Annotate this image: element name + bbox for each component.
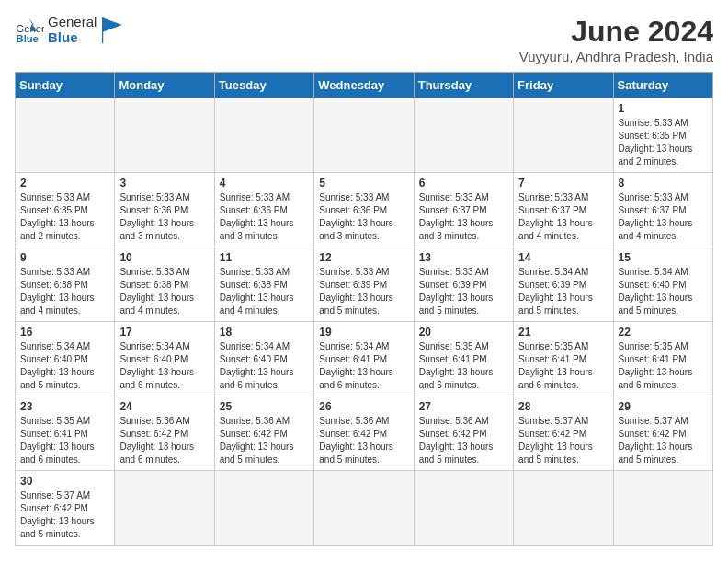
calendar-cell-4: 4Sunrise: 5:33 AM Sunset: 6:36 PM Daylig… (214, 173, 313, 247)
calendar-cell-14: 14Sunrise: 5:34 AM Sunset: 6:39 PM Dayli… (514, 247, 613, 322)
day-number: 13 (419, 251, 508, 264)
logo-icon: General Blue (15, 16, 44, 45)
day-info: Sunrise: 5:33 AM Sunset: 6:35 PM Dayligh… (619, 117, 708, 168)
calendar-cell-19: 19Sunrise: 5:34 AM Sunset: 6:41 PM Dayli… (314, 322, 414, 396)
day-number: 18 (220, 326, 309, 339)
calendar-cell-empty (514, 471, 613, 546)
day-number: 9 (20, 251, 109, 264)
calendar-cell-7: 7Sunrise: 5:33 AM Sunset: 6:37 PM Daylig… (514, 173, 613, 247)
calendar-week-0: 1Sunrise: 5:33 AM Sunset: 6:35 PM Daylig… (16, 98, 713, 173)
calendar-cell-1: 1Sunrise: 5:33 AM Sunset: 6:35 PM Daylig… (613, 98, 712, 173)
calendar-cell-6: 6Sunrise: 5:33 AM Sunset: 6:37 PM Daylig… (414, 173, 513, 247)
calendar-cell-15: 15Sunrise: 5:34 AM Sunset: 6:40 PM Dayli… (613, 247, 712, 322)
calendar-subtitle: Vuyyuru, Andhra Pradesh, India (519, 49, 713, 64)
calendar-cell-26: 26Sunrise: 5:36 AM Sunset: 6:42 PM Dayli… (314, 396, 414, 471)
day-info: Sunrise: 5:36 AM Sunset: 6:42 PM Dayligh… (319, 415, 408, 466)
day-info: Sunrise: 5:34 AM Sunset: 6:41 PM Dayligh… (319, 340, 408, 392)
day-info: Sunrise: 5:33 AM Sunset: 6:37 PM Dayligh… (419, 191, 508, 243)
logo-flag-icon (102, 17, 122, 43)
day-number: 20 (419, 326, 508, 339)
calendar-cell-3: 3Sunrise: 5:33 AM Sunset: 6:36 PM Daylig… (115, 173, 214, 247)
day-info: Sunrise: 5:33 AM Sunset: 6:35 PM Dayligh… (20, 191, 109, 243)
day-number: 4 (220, 177, 309, 190)
calendar-cell-empty (16, 98, 115, 173)
calendar-cell-empty (115, 98, 214, 173)
calendar-cell-22: 22Sunrise: 5:35 AM Sunset: 6:41 PM Dayli… (613, 322, 712, 396)
calendar-cell-30: 30Sunrise: 5:37 AM Sunset: 6:42 PM Dayli… (16, 471, 115, 546)
day-info: Sunrise: 5:36 AM Sunset: 6:42 PM Dayligh… (220, 415, 309, 466)
day-number: 22 (619, 326, 708, 339)
calendar-cell-empty (414, 98, 513, 173)
day-info: Sunrise: 5:34 AM Sunset: 6:40 PM Dayligh… (119, 340, 209, 392)
day-number: 7 (518, 177, 608, 190)
weekday-header-tuesday: Tuesday (214, 73, 313, 98)
calendar-week-5: 30Sunrise: 5:37 AM Sunset: 6:42 PM Dayli… (16, 471, 713, 546)
calendar-cell-18: 18Sunrise: 5:34 AM Sunset: 6:40 PM Dayli… (214, 322, 313, 396)
day-info: Sunrise: 5:33 AM Sunset: 6:39 PM Dayligh… (319, 266, 408, 317)
calendar-cell-empty (314, 471, 414, 546)
calendar-cell-25: 25Sunrise: 5:36 AM Sunset: 6:42 PM Dayli… (214, 396, 313, 471)
day-info: Sunrise: 5:33 AM Sunset: 6:38 PM Dayligh… (220, 266, 309, 317)
day-info: Sunrise: 5:33 AM Sunset: 6:37 PM Dayligh… (619, 191, 708, 243)
day-number: 24 (119, 400, 209, 413)
calendar-cell-8: 8Sunrise: 5:33 AM Sunset: 6:37 PM Daylig… (613, 173, 712, 247)
day-info: Sunrise: 5:35 AM Sunset: 6:41 PM Dayligh… (518, 340, 608, 392)
day-info: Sunrise: 5:34 AM Sunset: 6:40 PM Dayligh… (619, 266, 708, 317)
logo-general: General (48, 15, 97, 30)
logo: General Blue General Blue (15, 15, 122, 45)
calendar-cell-13: 13Sunrise: 5:33 AM Sunset: 6:39 PM Dayli… (414, 247, 513, 322)
calendar-week-3: 16Sunrise: 5:34 AM Sunset: 6:40 PM Dayli… (16, 322, 713, 396)
calendar-cell-9: 9Sunrise: 5:33 AM Sunset: 6:38 PM Daylig… (16, 247, 115, 322)
day-number: 21 (518, 326, 608, 339)
day-info: Sunrise: 5:36 AM Sunset: 6:42 PM Dayligh… (119, 415, 209, 466)
weekday-header-monday: Monday (115, 73, 214, 98)
calendar-cell-23: 23Sunrise: 5:35 AM Sunset: 6:41 PM Dayli… (16, 396, 115, 471)
calendar-cell-empty (214, 471, 313, 546)
day-number: 15 (619, 251, 708, 264)
day-number: 28 (518, 400, 608, 413)
calendar-cell-24: 24Sunrise: 5:36 AM Sunset: 6:42 PM Dayli… (115, 396, 214, 471)
day-number: 16 (20, 326, 109, 339)
day-number: 12 (319, 251, 408, 264)
svg-marker-3 (102, 17, 122, 32)
calendar-cell-empty (414, 471, 513, 546)
day-info: Sunrise: 5:34 AM Sunset: 6:40 PM Dayligh… (220, 340, 309, 392)
day-number: 26 (319, 400, 408, 413)
day-number: 27 (419, 400, 508, 413)
day-number: 1 (619, 102, 708, 115)
calendar-week-2: 9Sunrise: 5:33 AM Sunset: 6:38 PM Daylig… (16, 247, 713, 322)
title-area: June 2024 Vuyyuru, Andhra Pradesh, India (519, 15, 713, 64)
day-info: Sunrise: 5:33 AM Sunset: 6:36 PM Dayligh… (220, 191, 309, 243)
calendar-cell-28: 28Sunrise: 5:37 AM Sunset: 6:42 PM Dayli… (514, 396, 613, 471)
calendar-cell-empty (613, 471, 712, 546)
weekday-header-wednesday: Wednesday (314, 73, 414, 98)
day-number: 3 (119, 177, 209, 190)
calendar-cell-10: 10Sunrise: 5:33 AM Sunset: 6:38 PM Dayli… (115, 247, 214, 322)
calendar-cell-empty (514, 98, 613, 173)
day-number: 8 (619, 177, 708, 190)
day-number: 5 (319, 177, 408, 190)
day-info: Sunrise: 5:37 AM Sunset: 6:42 PM Dayligh… (619, 415, 708, 466)
weekday-header-thursday: Thursday (414, 73, 513, 98)
calendar-cell-2: 2Sunrise: 5:33 AM Sunset: 6:35 PM Daylig… (16, 173, 115, 247)
logo-blue: Blue (48, 30, 97, 46)
calendar-cell-11: 11Sunrise: 5:33 AM Sunset: 6:38 PM Dayli… (214, 247, 313, 322)
day-info: Sunrise: 5:33 AM Sunset: 6:38 PM Dayligh… (20, 266, 109, 317)
day-info: Sunrise: 5:34 AM Sunset: 6:40 PM Dayligh… (20, 340, 109, 392)
day-info: Sunrise: 5:34 AM Sunset: 6:39 PM Dayligh… (518, 266, 608, 317)
day-info: Sunrise: 5:35 AM Sunset: 6:41 PM Dayligh… (619, 340, 708, 392)
day-info: Sunrise: 5:33 AM Sunset: 6:36 PM Dayligh… (319, 191, 408, 243)
calendar-week-4: 23Sunrise: 5:35 AM Sunset: 6:41 PM Dayli… (16, 396, 713, 471)
day-info: Sunrise: 5:36 AM Sunset: 6:42 PM Dayligh… (419, 415, 508, 466)
day-number: 19 (319, 326, 408, 339)
day-number: 30 (20, 475, 109, 488)
day-info: Sunrise: 5:35 AM Sunset: 6:41 PM Dayligh… (419, 340, 508, 392)
day-number: 14 (518, 251, 608, 264)
header: General Blue General Blue June 2024 Vuyy… (15, 15, 713, 64)
calendar-cell-empty (214, 98, 313, 173)
calendar-cell-16: 16Sunrise: 5:34 AM Sunset: 6:40 PM Dayli… (16, 322, 115, 396)
svg-text:Blue: Blue (17, 32, 39, 43)
day-number: 23 (20, 400, 109, 413)
day-number: 25 (220, 400, 309, 413)
day-info: Sunrise: 5:33 AM Sunset: 6:39 PM Dayligh… (419, 266, 508, 317)
